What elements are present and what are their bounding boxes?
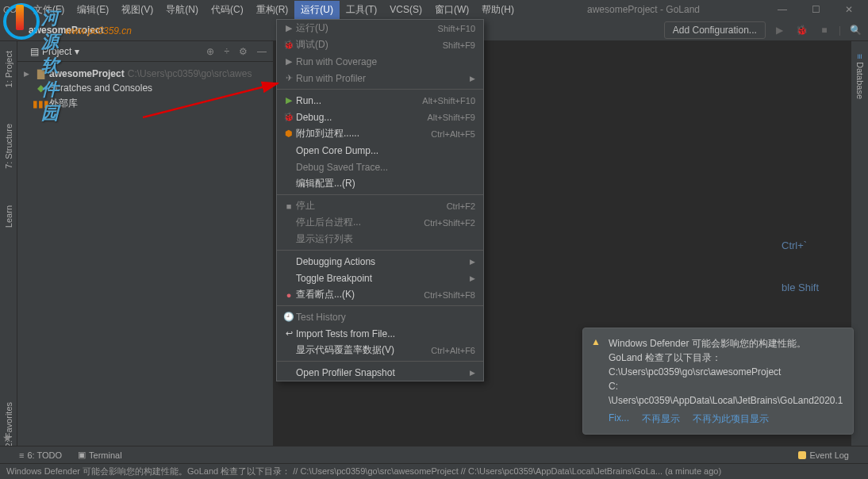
menu-item[interactable]: ●查看断点...(K)Ctrl+Shift+F8 [277,286,483,303]
minimize-button[interactable]: ― [766,0,798,20]
menu-item-label: Run... [296,95,422,106]
notif-fix-link[interactable]: Fix... [609,412,629,426]
library-icon: ▮▮▮ [35,98,46,109]
notif-text: \Users\pc0359\AppData\Local\JetBrains\Go… [609,393,843,408]
tab-learn[interactable]: Learn [2,199,15,234]
menu-item[interactable]: ⬢附加到进程......Ctrl+Alt+F5 [277,125,483,142]
warning-indicator-icon [798,451,806,459]
notif-dontshow-project-link[interactable]: 不再为此项目显示 [693,412,769,426]
tab-favorites[interactable]: 2: Favorites [2,396,15,454]
menu-code[interactable]: 代码(C) [205,1,250,19]
menu-window[interactable]: 窗口(W) [428,1,475,19]
scratch-icon: ◆ [35,82,46,94]
collapse-icon[interactable]: ― [257,46,267,57]
submenu-arrow-icon: ▶ [470,258,475,266]
menu-item-icon: ↩ [282,328,296,339]
bottom-tabs: ≡ 6: TODO ▣ Terminal Event Log [0,446,868,463]
menu-view[interactable]: 视图(V) [115,1,159,19]
menu-navigate[interactable]: 导航(N) [159,1,205,19]
debug-icon[interactable]: 🐞 [794,22,810,38]
menu-item[interactable]: Open Core Dump... [277,142,483,159]
favorite-star-icon[interactable]: ★ [2,431,13,444]
menu-item-shortcut: Alt+Shift+F9 [427,113,475,122]
menu-item-label: Toggle Breakpoint [296,273,467,284]
menu-item-label: 调试(D) [296,38,443,52]
menu-item-label: 查看断点...(K) [296,288,424,301]
maximize-button[interactable]: ☐ [800,0,832,20]
expand-icon[interactable]: ÷ [224,46,229,57]
notif-text: GoLand 检查了以下目录： [609,351,843,365]
menu-item[interactable]: 显示代码覆盖率数据(V)Ctrl+Alt+F6 [277,342,483,358]
tab-todo[interactable]: ≡ 6: TODO [19,450,62,460]
menu-item[interactable]: ↩Import Tests from File... [277,325,483,342]
menu-item-label: 显示运行列表 [296,232,475,246]
menu-help[interactable]: 帮助(H) [475,1,520,19]
notif-text: C:\Users\pc0359\go\src\awesomeProject [609,365,843,379]
tree-scratches[interactable]: ◆ Scratches and Consoles [21,81,270,95]
folder-icon: ▇ [35,68,46,79]
menu-vcs[interactable]: VCS(S) [383,2,428,17]
menu-item-label: 附加到进程...... [296,127,431,140]
run-icon[interactable]: ▶ [772,22,788,38]
menu-item[interactable]: ▶Run...Alt+Shift+F10 [277,92,483,109]
menu-item-label: Run with Profiler [296,73,467,84]
notif-text: C: [609,379,843,393]
event-log-button[interactable]: Event Log [798,450,849,460]
notification-popup: ▲ Windows Defender 可能会影响您的构建性能。 GoLand 检… [582,328,854,435]
menu-tools[interactable]: 工具(T) [340,1,383,19]
project-panel: ▤ Project ▾ ⊕ ÷ ⚙ ― ▶ ▇ awesomeProject C… [17,41,274,454]
menu-item-label: Open Profiler Snapshot [296,367,467,378]
add-configuration-button[interactable]: Add Configuration... [664,21,766,39]
menu-file[interactable]: 文件(F) [27,1,71,19]
warning-icon: ▲ [591,336,601,347]
menu-item: ▶运行(U)Shift+F10 [277,20,483,36]
menu-item-icon: ■ [282,201,296,211]
tab-structure[interactable]: 7: Structure [2,117,15,175]
menu-item[interactable]: 🐞Debug...Alt+Shift+F9 [277,109,483,125]
tab-terminal[interactable]: ▣ Terminal [78,450,122,460]
notif-dontshow-link[interactable]: 不再显示 [642,412,680,426]
window-title: awesomeProject - GoLand [520,4,766,15]
menu-item-icon: ▶ [282,95,296,105]
menu-item-label: Run with Coverage [296,56,475,67]
menu-item-shortcut: Alt+Shift+F10 [422,96,475,105]
menu-item[interactable]: Debugging Actions▶ [277,253,483,270]
menu-run[interactable]: 运行(U) [294,1,340,19]
menu-item: 🕘Test History [277,308,483,325]
menu-item-label: Debug... [296,112,427,123]
submenu-arrow-icon: ▶ [470,369,475,377]
menu-refactor[interactable]: 重构(R) [250,1,295,19]
menu-item-label: Open Core Dump... [296,145,475,156]
submenu-arrow-icon: ▶ [470,274,475,282]
menu-item-label: 停止 [296,199,447,213]
status-bar: Windows Defender 可能会影响您的构建性能。GoLand 检查了以… [0,463,868,479]
menu-item[interactable]: Open Profiler Snapshot▶ [277,364,483,381]
tab-project[interactable]: 1: Project [2,44,15,94]
menu-item: ✈Run with Profiler▶ [277,70,483,86]
search-icon[interactable]: 🔍 [847,22,863,38]
project-panel-title[interactable]: ▤ Project ▾ [24,44,86,59]
menu-item-shortcut: Ctrl+Alt+F6 [431,346,475,355]
menu-item[interactable]: Toggle Breakpoint▶ [277,270,483,286]
breadcrumb[interactable]: awesomeProject [5,25,104,36]
menu-item-icon: 🕘 [282,312,296,322]
menu-item-icon: ▶ [282,23,296,33]
stop-icon[interactable]: ■ [816,22,832,38]
close-button[interactable]: ✕ [833,0,865,20]
tree-external-libs[interactable]: ▮▮▮ 外部库 [21,95,270,112]
menu-item: Debug Saved Trace... [277,159,483,175]
tab-database[interactable]: ≡ Database [854,48,866,106]
settings-icon[interactable]: ⚙ [239,46,248,57]
menu-bar: GO 文件(F) 编辑(E) 视图(V) 导航(N) 代码(C) 重构(R) 运… [0,0,868,19]
menu-item-icon: ⬢ [282,128,296,139]
menu-item-icon: ▶ [282,56,296,67]
menu-item-icon: ✈ [282,73,296,83]
editor-hint: Ctrl+` ble Shift [782,240,819,293]
target-icon[interactable]: ⊕ [206,46,214,57]
run-menu-dropdown: ▶运行(U)Shift+F10🐞调试(D)Shift+F9▶Run with C… [276,19,484,381]
tree-root[interactable]: ▶ ▇ awesomeProject C:\Users\pc0359\go\sr… [21,67,270,81]
menu-item-label: Debugging Actions [296,256,467,267]
menu-edit[interactable]: 编辑(E) [71,1,115,19]
menu-item: ■停止Ctrl+F2 [277,197,483,214]
menu-item[interactable]: 编辑配置...(R) [277,175,483,192]
